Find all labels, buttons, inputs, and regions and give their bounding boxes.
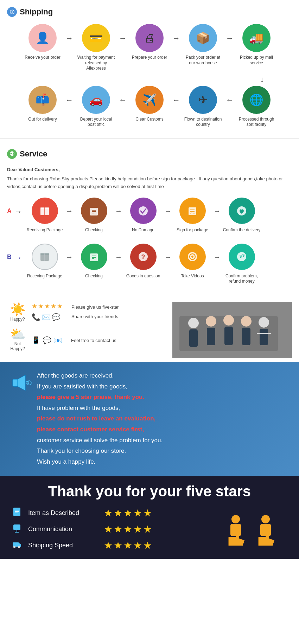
service-description: Dear Valued Customers, Thanks for choosi… [7,166,292,191]
outdelivery-icon: 📫 [28,86,57,114]
cloud-icon: ⛅ [9,327,26,341]
service-section: ② Service Dear Valued Customers, Thanks … [0,142,299,298]
svg-rect-48 [13,524,20,530]
svg-rect-41 [13,379,18,386]
customs-label: Clear Customs [135,117,163,122]
row-a-start-arrow: → [14,207,22,216]
receive-icon: 👤 [28,24,57,52]
cta-line7: customer service will solve the problem … [37,435,163,446]
payment-label: Waiting for payment released by Aliexpre… [77,55,115,71]
share-text: Share with your friends [71,314,119,319]
arrow-1: → [65,34,73,43]
svg-text:$: $ [242,253,244,257]
shipping-row1: 👤 Receive your order → 💳 Waiting for pay… [7,24,292,71]
localpost-label: Depart your local post offic [77,117,115,128]
arrow-4: → [226,34,234,43]
svg-rect-38 [260,329,268,345]
svc-arrow-b3: → [164,253,171,261]
svg-point-35 [241,316,252,327]
svc-b-receiving: Receving Package [24,244,66,279]
svg-rect-32 [207,328,215,345]
service-title: ② Service [7,149,292,159]
svc-arrow-a3: → [164,207,171,215]
arrow-down: ↓ [232,75,292,84]
star-2: ★ [38,302,44,310]
cs4: ★ [133,523,142,535]
nothappy-row: ⛅ Not Happy? 📱 💬 📧 Feel free to contact … [7,327,165,351]
ratings-container: Item as Described ★ ★ ★ ★ ★ Communicatio… [11,507,288,555]
bs4: ★ [133,507,142,519]
contact-text: Feel free to contact us [71,338,116,343]
svc-arrow-b2: → [115,253,122,261]
five-star-text: Please give us five-star [71,304,119,310]
nothappy-label: Not Happy? [7,341,28,351]
prepare-icon: 🖨 [135,24,164,52]
pack-label: Pack your order at our warehouse [184,55,222,66]
svg-rect-30 [189,329,198,347]
svc-b-question-label: Goods in question [126,273,160,279]
pickup-icon: 🚚 [242,24,271,52]
section-divider [0,138,299,139]
arrow-8: ← [226,96,234,105]
svc-a-sign-icon [179,198,206,224]
service-greeting: Dear Valued Customers, [7,166,292,174]
svg-point-33 [223,315,234,326]
svg-text:$: $ [240,254,242,258]
star-5: ★ [57,302,63,310]
bs2: ★ [114,507,122,519]
flow-item-sort: 🌐 Processed through sort facility [234,86,279,128]
rating-item-described: Item as Described ★ ★ ★ ★ ★ [11,507,152,519]
svc-b-receiving-label: Receving Package [27,273,62,279]
svc-b-refund-icon: $$ [229,244,255,270]
cta-line8: Thank you for choosing our store. [37,446,163,457]
svc-arrow-b1: → [66,253,73,261]
svc-a-confirm-icon [229,198,255,224]
sort-label: Processed through sort facility [237,117,276,128]
row-b-start-arrow: → [14,253,22,262]
svg-point-29 [188,318,199,328]
row-a-flow: Receiving Package → Checking → No Damage… [24,198,263,233]
item-described-label: Item as Described [28,509,98,517]
ss2: ★ [114,540,122,551]
svg-rect-44 [13,508,20,516]
shipping-title: ① Shipping [7,7,292,17]
svc-a-receiving-label: Receiving Package [27,227,63,233]
svc-a-confirm: Confirm the delivery [221,198,263,233]
svc-arrow-b4: → [214,253,221,261]
payment-icon: 💳 [82,24,110,52]
row-a-label: A [7,207,12,215]
cta-line5: please do not rush to leave an evaluatio… [37,413,163,424]
svc-b-receiving-icon [32,244,58,270]
svg-point-54 [18,546,20,548]
svc-b-checking: Checking [73,244,115,279]
cs1: ★ [104,523,113,535]
flown-icon: ✈ [189,86,217,114]
thumbs-up-1 [223,514,248,550]
shipping-speed-label: Shipping Speed [28,542,98,549]
outdelivery-label: Out for delivery [28,117,57,122]
truck-icon [11,539,23,551]
thumbs-container [223,514,278,550]
sort-icon: 🌐 [242,86,271,114]
svg-point-53 [13,546,15,548]
arrow-3: → [172,34,180,43]
svc-arrow-a1: → [66,207,73,215]
team-photo [172,302,292,358]
phone-icon: 📞 [32,313,40,321]
ss1: ★ [104,540,113,551]
email-icon: ✉️ [42,313,51,321]
svc-b-question: ? Goods in question [122,244,164,279]
svg-rect-36 [242,328,250,345]
svc-a-checking-label: Checking [85,227,103,233]
megaphone-icon [11,372,32,398]
cta-line4: If have problem with the goods, [37,403,163,414]
cta-line9: Wish you a happy life. [37,457,163,468]
svc-a-nodamage: No Damage [122,198,164,233]
svg-rect-51 [13,542,19,547]
cs3: ★ [123,523,132,535]
happy-row: ☀️ Happy? ★ ★ ★ ★ ★ 📞 ✉️ 💬 Please give [7,302,165,322]
team-svg [172,302,292,358]
pickup-label: Picked up by mail service [237,55,276,66]
star-4: ★ [51,302,56,310]
star-3: ★ [44,302,50,310]
